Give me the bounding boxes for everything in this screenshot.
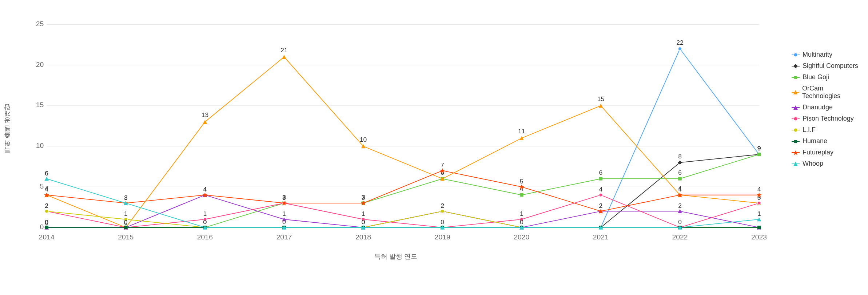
svg-text:1: 1 <box>282 211 286 218</box>
svg-text:2: 2 <box>599 202 603 209</box>
svg-text:1: 1 <box>757 211 761 218</box>
svg-text:4: 4 <box>757 186 761 193</box>
svg-text:3: 3 <box>282 194 286 201</box>
svg-text:4: 4 <box>678 186 682 193</box>
legend-label: L.I.F <box>803 126 816 134</box>
legend-item: Sightful Computers <box>792 62 861 70</box>
svg-text:20: 20 <box>36 61 44 68</box>
svg-text:4: 4 <box>45 186 48 193</box>
svg-text:4: 4 <box>599 186 603 193</box>
svg-text:2: 2 <box>441 202 444 209</box>
svg-text:0: 0 <box>678 219 682 226</box>
svg-text:5: 5 <box>520 178 523 185</box>
svg-text:6: 6 <box>678 169 682 176</box>
svg-text:15: 15 <box>36 101 44 109</box>
svg-text:2017: 2017 <box>276 233 292 241</box>
svg-text:9: 9 <box>757 145 761 152</box>
svg-rect-56 <box>520 193 523 197</box>
svg-text:10: 10 <box>36 142 44 150</box>
svg-text:3: 3 <box>124 194 128 201</box>
legend-item: L.I.F <box>792 126 861 134</box>
svg-text:7: 7 <box>441 162 444 169</box>
svg-text:22: 22 <box>676 39 683 46</box>
svg-text:1: 1 <box>203 211 207 218</box>
svg-point-113 <box>757 201 761 205</box>
svg-text:11: 11 <box>518 128 525 135</box>
svg-point-197 <box>794 117 797 121</box>
svg-text:4: 4 <box>203 186 207 193</box>
svg-text:2014: 2014 <box>39 233 55 241</box>
svg-text:0: 0 <box>282 219 286 226</box>
svg-text:6: 6 <box>45 170 48 177</box>
legend-label: Whoop <box>803 160 823 167</box>
legend-item: Blue Goji <box>792 73 861 81</box>
svg-text:0: 0 <box>40 223 44 231</box>
legend-item: Futureplay <box>792 149 861 156</box>
chart-container: 특허 출원 공개량 051015202520142015201620172018… <box>0 0 868 295</box>
svg-rect-62 <box>757 153 761 156</box>
svg-text:2015: 2015 <box>118 233 134 241</box>
svg-point-31 <box>678 47 682 50</box>
svg-rect-137 <box>757 226 761 229</box>
svg-point-122 <box>441 210 444 213</box>
svg-rect-129 <box>124 226 128 229</box>
svg-text:0: 0 <box>520 219 523 226</box>
chart-legend: MultinaritySightful ComputersBlue GojiOr… <box>788 0 868 295</box>
svg-text:2021: 2021 <box>593 233 609 241</box>
legend-label: Dnanudge <box>803 104 833 111</box>
legend-item: Multinarity <box>792 51 861 58</box>
main-chart: 0510152025201420152016201720182019202020… <box>25 11 766 248</box>
svg-text:2022: 2022 <box>672 233 688 241</box>
svg-rect-201 <box>794 140 797 143</box>
svg-text:15: 15 <box>597 96 604 102</box>
svg-marker-75 <box>519 136 524 140</box>
legend-item: OrCam Technologies <box>792 85 861 100</box>
svg-rect-191 <box>794 76 797 79</box>
legend-label: Blue Goji <box>803 73 829 81</box>
svg-text:2019: 2019 <box>435 233 450 241</box>
legend-item: Pison Technology <box>792 115 861 122</box>
svg-point-115 <box>45 210 48 213</box>
legend-label: Multinarity <box>803 51 832 58</box>
x-axis-label: 특허 발행 연도 <box>374 253 417 260</box>
legend-label: OrCam Technologies <box>802 85 861 100</box>
svg-text:13: 13 <box>202 112 208 119</box>
svg-text:8: 8 <box>678 153 682 160</box>
legend-label: Sightful Computers <box>803 62 858 70</box>
svg-text:1: 1 <box>124 211 128 218</box>
svg-text:1: 1 <box>362 211 365 218</box>
svg-marker-158 <box>44 177 49 181</box>
svg-text:5: 5 <box>40 182 44 190</box>
svg-text:10: 10 <box>360 136 367 143</box>
svg-marker-69 <box>282 55 286 59</box>
legend-item: Humane <box>792 137 861 145</box>
y-axis-label: 특허 출원 공개량 <box>3 108 12 158</box>
legend-item: Dnanudge <box>792 104 861 111</box>
chart-area: 특허 출원 공개량 051015202520142015201620172018… <box>0 0 788 295</box>
svg-marker-203 <box>793 150 798 155</box>
svg-text:2: 2 <box>45 202 48 209</box>
svg-text:0: 0 <box>203 219 207 226</box>
svg-point-199 <box>794 128 797 132</box>
svg-text:2: 2 <box>678 202 682 209</box>
svg-point-187 <box>794 53 797 57</box>
svg-marker-189 <box>793 64 798 68</box>
legend-label: Humane <box>803 137 827 145</box>
svg-text:0: 0 <box>45 219 48 226</box>
svg-point-110 <box>599 193 603 197</box>
legend-label: Pison Technology <box>803 115 854 122</box>
svg-text:2018: 2018 <box>355 233 371 241</box>
svg-text:21: 21 <box>280 47 287 54</box>
legend-label: Futureplay <box>803 149 833 156</box>
svg-text:0: 0 <box>124 219 128 226</box>
svg-text:0: 0 <box>362 219 365 226</box>
svg-text:2020: 2020 <box>514 233 529 241</box>
svg-text:25: 25 <box>36 20 44 28</box>
svg-rect-60 <box>678 177 682 180</box>
svg-text:2016: 2016 <box>197 233 213 241</box>
svg-rect-58 <box>599 177 603 180</box>
svg-text:0: 0 <box>441 219 444 226</box>
svg-text:3: 3 <box>362 194 365 201</box>
svg-text:2023: 2023 <box>751 233 767 241</box>
svg-text:1: 1 <box>520 211 523 218</box>
